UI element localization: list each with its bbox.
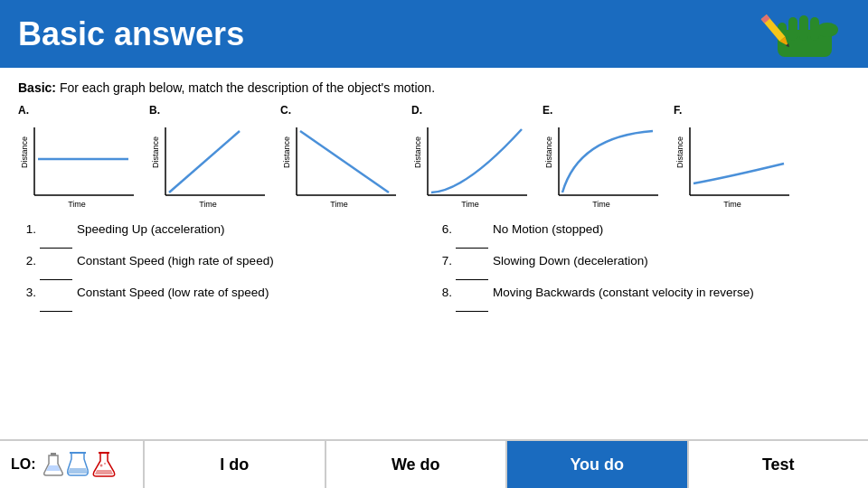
graph-c-label: C. bbox=[280, 104, 291, 117]
you-do-button[interactable]: You do bbox=[507, 441, 689, 488]
svg-point-1 bbox=[816, 23, 838, 37]
svg-line-24 bbox=[300, 131, 389, 192]
answer-text-8: Moving Backwards (constant velocity in r… bbox=[493, 285, 850, 302]
graph-d-label: D. bbox=[411, 104, 422, 117]
graph-e-label: E. bbox=[542, 104, 552, 117]
answer-text-2: Constant Speed (high rate of speed) bbox=[77, 253, 434, 270]
answer-number-6: 6. bbox=[434, 221, 456, 239]
answer-item-8: 8. Moving Backwards (constant velocity i… bbox=[434, 285, 850, 312]
answer-blank-1 bbox=[40, 230, 72, 249]
svg-text:Distance: Distance bbox=[675, 136, 684, 168]
lo-icons bbox=[43, 452, 116, 477]
answer-blank-2 bbox=[40, 262, 72, 280]
i-do-button[interactable]: I do bbox=[145, 441, 326, 488]
graph-b-svg: Distance Time bbox=[149, 118, 271, 209]
graph-d-svg: Distance Time bbox=[411, 118, 533, 209]
page-wrapper: Basic answers bbox=[0, 0, 868, 488]
writing-hand-icon bbox=[760, 0, 859, 71]
answer-item-2: 2. Constant Speed (high rate of speed) bbox=[18, 253, 434, 280]
answer-blank-3 bbox=[40, 294, 72, 312]
answers-section: 1. Speeding Up (acceleration) 2. Constan… bbox=[18, 221, 850, 418]
svg-text:Time: Time bbox=[199, 200, 217, 209]
answer-blank-7 bbox=[456, 262, 488, 280]
svg-rect-4 bbox=[799, 15, 808, 41]
lo-section: LO: bbox=[0, 441, 145, 488]
graph-d: D. Distance Time bbox=[411, 104, 533, 209]
answer-blank-6 bbox=[456, 230, 488, 249]
instructions-text: For each graph below, match the descript… bbox=[56, 80, 435, 95]
answer-number-2: 2. bbox=[18, 253, 40, 270]
svg-text:Time: Time bbox=[592, 200, 610, 209]
graph-c-svg: Distance Time bbox=[280, 118, 402, 209]
beaker-icon bbox=[67, 452, 89, 477]
header: Basic answers bbox=[0, 0, 868, 68]
graph-f-label: F. bbox=[674, 104, 682, 117]
svg-text:Time: Time bbox=[330, 200, 348, 209]
svg-text:Distance: Distance bbox=[151, 136, 160, 168]
svg-point-40 bbox=[99, 465, 102, 467]
graph-f: F. Distance Time bbox=[674, 104, 796, 209]
answer-item-7: 7. Slowing Down (deceleration) bbox=[434, 253, 850, 280]
main-content: Basic: For each graph below, match the d… bbox=[0, 68, 868, 439]
svg-text:Time: Time bbox=[68, 200, 86, 209]
svg-text:Time: Time bbox=[461, 200, 479, 209]
page-title: Basic answers bbox=[18, 15, 244, 53]
svg-text:Time: Time bbox=[723, 200, 741, 209]
graph-b: B. Distance Time bbox=[149, 104, 271, 209]
svg-rect-3 bbox=[788, 17, 797, 41]
svg-text:Distance: Distance bbox=[544, 136, 553, 168]
svg-line-19 bbox=[169, 131, 240, 192]
svg-rect-39 bbox=[99, 452, 109, 454]
lo-label: LO: bbox=[11, 456, 36, 473]
svg-text:Distance: Distance bbox=[413, 136, 422, 168]
answer-number-1: 1. bbox=[18, 221, 40, 239]
answer-item-6: 6. No Motion (stopped) bbox=[434, 221, 850, 249]
flask-small-icon bbox=[43, 453, 63, 476]
instructions-prefix: Basic: bbox=[18, 80, 56, 95]
svg-rect-5 bbox=[810, 17, 819, 41]
graph-e-svg: Distance Time bbox=[542, 118, 665, 209]
graph-e: E. Distance Time bbox=[542, 104, 665, 209]
answer-number-8: 8. bbox=[434, 285, 456, 302]
answer-text-3: Constant Speed (low rate of speed) bbox=[77, 285, 434, 302]
graph-f-svg: Distance Time bbox=[674, 118, 796, 209]
answers-left: 1. Speeding Up (acceleration) 2. Constan… bbox=[18, 221, 434, 418]
answer-item-1: 1. Speeding Up (acceleration) bbox=[18, 221, 434, 249]
bottom-bar: LO: bbox=[0, 439, 868, 488]
svg-text:Distance: Distance bbox=[282, 136, 291, 168]
answer-text-7: Slowing Down (deceleration) bbox=[493, 253, 850, 270]
answer-text-1: Speeding Up (acceleration) bbox=[77, 221, 434, 239]
graph-b-label: B. bbox=[149, 104, 160, 117]
svg-rect-38 bbox=[70, 452, 86, 454]
answer-number-3: 3. bbox=[18, 285, 40, 302]
graph-c: C. Distance Time bbox=[280, 104, 402, 209]
answer-text-6: No Motion (stopped) bbox=[493, 221, 850, 239]
svg-text:Distance: Distance bbox=[20, 136, 29, 168]
graph-a-label: A. bbox=[18, 104, 29, 117]
answer-blank-8 bbox=[456, 294, 488, 312]
we-do-button[interactable]: We do bbox=[326, 441, 508, 488]
answer-item-3: 3. Constant Speed (low rate of speed) bbox=[18, 285, 434, 312]
answer-number-7: 7. bbox=[434, 253, 456, 270]
svg-point-41 bbox=[104, 463, 106, 465]
graph-a-svg: Distance Time bbox=[18, 118, 140, 209]
test-button[interactable]: Test bbox=[689, 441, 869, 488]
erlenmeyer-icon bbox=[92, 452, 116, 477]
answers-right: 6. No Motion (stopped) 7. Slowing Down (… bbox=[434, 221, 850, 418]
instructions: Basic: For each graph below, match the d… bbox=[18, 80, 850, 95]
graph-a: A. Distance Time bbox=[18, 104, 140, 209]
graphs-row: A. Distance Time B. bbox=[18, 104, 850, 209]
